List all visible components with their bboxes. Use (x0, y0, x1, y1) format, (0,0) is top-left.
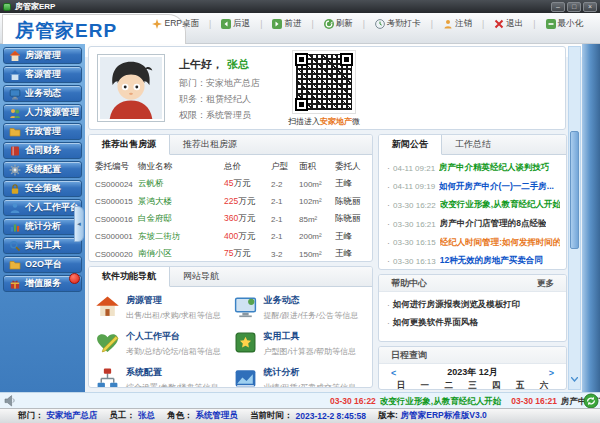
help-panel-header: 帮助中心 更多 (379, 275, 566, 292)
nav-item-system-config[interactable]: 系统配置 综合设置/参数/楼盘等信息 (95, 366, 233, 388)
tab-website-nav[interactable]: 网站导航 (170, 267, 232, 286)
window-frame (582, 44, 600, 392)
sidebar-item-o2o-platform[interactable]: O2O平台 (3, 256, 82, 273)
gift-icon (9, 278, 21, 290)
status-current-time: 2023-12-2 8:45:58 (296, 411, 366, 421)
status-bar: 部门： 安家地产总店 员工： 张总 角色： 系统管理员 当前时间： 2023-1… (0, 408, 600, 423)
heart-pen-icon (95, 330, 120, 355)
help-link[interactable]: 如何更换软件界面风格 (387, 314, 560, 332)
listing-table: 委托编号 物业名称 总价 户型 面积 委托人 CS000024 云帆桥 45万元… (89, 155, 372, 262)
status-version: 房管家ERP标准版V3.0 (401, 410, 487, 422)
listing-link[interactable]: 南俏小区 (138, 248, 224, 260)
sidebar-item-hr-management[interactable]: 人力资源管理 (3, 104, 82, 121)
erp-desktop-icon (152, 19, 162, 29)
logout-button[interactable]: 注销 (438, 18, 489, 30)
promo-badge (69, 273, 80, 284)
exit-button[interactable]: 退出 (489, 18, 540, 30)
calendar-day-headers: 日 一 二 三 四 五 六 (379, 379, 566, 390)
window-title: 房管家ERP (15, 1, 549, 12)
sidebar-item-admin-management[interactable]: 行政管理 (3, 123, 82, 140)
sidebar-item-personal-workspace[interactable]: 个人工作平台 (3, 199, 82, 216)
tab-news[interactable]: 新闻公告 (379, 135, 442, 155)
table-row: CS000016 白金府邸 360万元 2-1 85m² 陈晓丽 (95, 211, 368, 229)
more-link[interactable]: 更多 (537, 275, 554, 291)
news-link[interactable]: 03-30 16:15 经纪人时间管理:如何发挥时间的... (387, 233, 560, 252)
news-list: 04-11 09:21 房产中介精英经纪人谈判技巧 04-11 09:19 如何… (379, 155, 566, 270)
user-name: 张总 (227, 58, 249, 70)
window-minimize-button[interactable]: – (551, 2, 565, 12)
house-icon (9, 50, 21, 62)
minimize-icon (546, 19, 556, 29)
tab-sale-listings[interactable]: 推荐出售房源 (89, 135, 170, 155)
listing-link[interactable]: 云帆桥 (138, 178, 224, 190)
header: 房管家ERP ERP桌面 后退 前进 刷新 考勤打卡 (0, 13, 600, 44)
sidebar-item-contract-finance[interactable]: 合同财务 (3, 142, 82, 159)
app-logo: 房管家ERP (15, 20, 117, 41)
tab-work-summary[interactable]: 工作总结 (442, 135, 504, 154)
schedule-panel-title: 日程查询 (391, 347, 427, 363)
sidebar-item-system-config[interactable]: 系统配置 (3, 161, 82, 178)
clock-icon (375, 19, 385, 29)
qr-finder-icon (340, 53, 353, 66)
forward-button[interactable]: 前进 (267, 18, 318, 30)
calendar-nav: < 2023年 12月 > (379, 364, 566, 379)
nav-grid: 房源管理 出售/出租/求购/求租等信息 业务动态 提醒/跟进/任务/公告等信息 … (89, 287, 372, 388)
news-link[interactable]: 04-11 09:19 如何开房产中介(一)一二手房... (387, 178, 560, 197)
listing-link[interactable]: 景鸿大楼 (138, 196, 224, 208)
calendar-prev-button[interactable]: < (391, 368, 396, 378)
back-icon (221, 19, 231, 29)
minimize-button[interactable]: 最小化 (541, 18, 589, 30)
forward-icon (272, 19, 282, 29)
nav-item-statistics[interactable]: 统计分析 业绩/租赁/买卖成交等信息 (233, 366, 371, 388)
house-icon (95, 294, 120, 319)
nav-item-tools[interactable]: 实用工具 户型图/计算器/帮助等信息 (233, 330, 371, 357)
scrollbar-thumb[interactable] (570, 131, 579, 249)
title-bar: 房管家ERP – □ × (0, 0, 600, 13)
calendar-next-button[interactable]: > (549, 368, 554, 378)
nav-item-business[interactable]: 业务动态 提醒/跟进/任务/公告等信息 (233, 294, 371, 321)
qr-finder-icon (295, 53, 308, 66)
sidebar-item-value-added-services[interactable]: 增值服务 (3, 275, 82, 292)
sidebar-item-utilities[interactable]: 实用工具 (3, 237, 82, 254)
nav-tabs: 软件功能导航 网站导航 (89, 267, 372, 287)
chart-image-icon (233, 366, 258, 388)
attendance-punch-button[interactable]: 考勤打卡 (370, 18, 438, 30)
window-maximize-button[interactable]: □ (567, 2, 581, 12)
erp-desktop-button[interactable]: ERP桌面 (147, 18, 216, 30)
nav-item-workspace[interactable]: 个人工作平台 考勤/总结/论坛/信箱等信息 (95, 330, 233, 357)
news-link[interactable]: 03-30 16:13 12种无效的房地产买卖合同 (387, 252, 560, 270)
sidebar-item-statistics[interactable]: 统计分析 (3, 218, 82, 235)
greeting: 上午好，张总 (179, 57, 249, 72)
schedule-panel-header: 日程查询 (379, 347, 566, 364)
refresh-button[interactable]: 刷新 (319, 18, 370, 30)
back-button[interactable]: 后退 (216, 18, 267, 30)
org-chart-icon (95, 366, 120, 388)
vertical-scrollbar[interactable] (568, 46, 581, 390)
news-link[interactable]: 03-30 16:21 房产中介门店管理的8点经验 (387, 215, 560, 234)
monitor-icon (9, 88, 21, 100)
sidebar-item-security-policy[interactable]: 安全策略 (3, 180, 82, 197)
news-link[interactable]: 03-30 16:22 改变行业形象,从教育经纪人开始 (387, 196, 560, 215)
news-tabs: 新闻公告 工作总结 (379, 135, 566, 155)
tab-software-nav[interactable]: 软件功能导航 (89, 267, 170, 287)
listing-link[interactable]: 东坡二街坊 (138, 231, 224, 243)
status-department: 安家地产总店 (47, 410, 98, 422)
bar-chart-icon (9, 221, 21, 233)
sidebar-item-client-management[interactable]: 客源管理 (3, 66, 82, 83)
window-close-button[interactable]: × (583, 2, 597, 12)
sidebar-item-property-management[interactable]: 房源管理 (3, 47, 82, 64)
sidebar: 房源管理 客源管理 业务动态 人力资源管理 行政管理 合同财务 系统配置 安全 (0, 44, 85, 392)
schedule-panel: 日程查询 < 2023年 12月 > 日 一 二 三 四 五 六 1 2 (378, 346, 567, 390)
qr-caption: 扫描进入安家地产微站 (285, 116, 363, 130)
sidebar-collapse-handle[interactable]: ◄ (74, 206, 84, 242)
sidebar-item-business-activity[interactable]: 业务动态 (3, 85, 82, 102)
scrollbar-down-arrow-icon[interactable] (569, 376, 580, 383)
table-row: CS000024 云帆桥 45万元 2-2 100m² 王峰 (95, 176, 368, 194)
people-icon (9, 107, 21, 119)
tab-rent-listings[interactable]: 推荐出租房源 (170, 135, 250, 154)
qr-code (292, 50, 356, 114)
help-link[interactable]: 如何进行房源报表浏览及模板打印 (387, 296, 560, 314)
listing-link[interactable]: 白金府邸 (138, 213, 224, 225)
nav-item-property[interactable]: 房源管理 出售/出租/求购/求租等信息 (95, 294, 233, 321)
news-link[interactable]: 04-11 09:21 房产中介精英经纪人谈判技巧 (387, 159, 560, 178)
